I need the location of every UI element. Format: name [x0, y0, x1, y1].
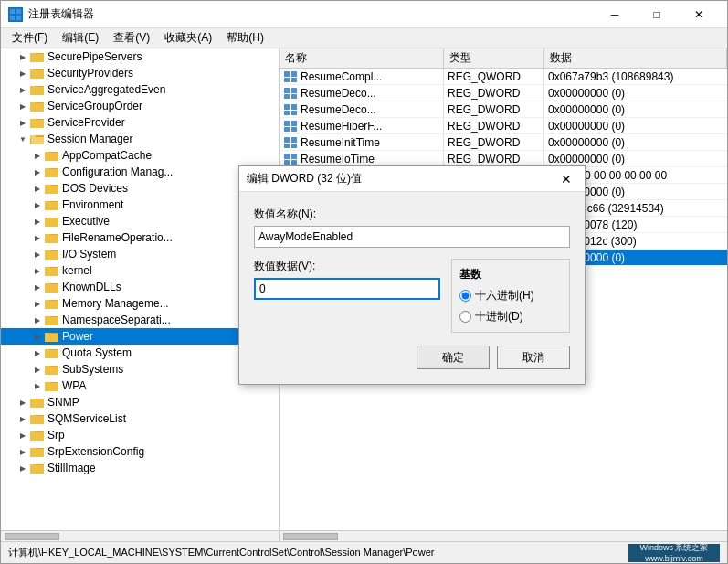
tree-item[interactable]: ▶ Executive: [1, 213, 279, 229]
cancel-button[interactable]: 取消: [497, 346, 570, 369]
radio-dec[interactable]: 十进制(D): [459, 309, 562, 325]
expand-icon[interactable]: ▼: [16, 132, 30, 146]
maximize-button[interactable]: □: [636, 1, 678, 28]
menu-favorites[interactable]: 收藏夹(A): [157, 28, 219, 48]
tree-item[interactable]: ▶ SubSystems: [1, 361, 279, 378]
svg-rect-60: [45, 350, 58, 358]
right-h-scroll-thumb[interactable]: [283, 533, 338, 540]
col-header-type[interactable]: 类型: [444, 48, 544, 68]
svg-rect-45: [45, 268, 58, 276]
tree-item[interactable]: ▶ SrpExtensionConfig: [1, 443, 279, 460]
tree-item[interactable]: ▶ SecurePipeServers: [1, 48, 279, 65]
folder-icon: [30, 445, 45, 458]
expand-icon[interactable]: ▶: [30, 197, 45, 212]
cell-type: REG_DWORD: [444, 134, 544, 150]
tree-item[interactable]: ▶ I/O System: [1, 246, 279, 262]
right-h-scrollbar[interactable]: [280, 530, 727, 541]
tree-item[interactable]: ▶ Environment: [1, 197, 279, 213]
folder-icon: [45, 314, 59, 326]
folder-icon: [30, 50, 45, 63]
svg-rect-72: [30, 416, 44, 424]
tree-item[interactable]: ▶ kernel: [1, 262, 279, 279]
expand-icon[interactable]: ▶: [30, 378, 45, 393]
col-header-data[interactable]: 数据: [544, 48, 727, 68]
expand-icon[interactable]: ▶: [16, 115, 30, 130]
svg-rect-89: [291, 94, 297, 99]
expand-icon[interactable]: ▶: [16, 461, 30, 475]
value-input[interactable]: [254, 278, 440, 300]
dialog-close-button[interactable]: ✕: [555, 168, 577, 190]
tree-item[interactable]: ▶ Srp: [1, 427, 279, 443]
expand-icon[interactable]: ▶: [16, 444, 30, 459]
tree-h-scrollbar[interactable]: [1, 530, 279, 541]
tree-h-scroll-thumb[interactable]: [5, 533, 59, 540]
svg-rect-18: [30, 120, 44, 128]
radio-dec-input[interactable]: [459, 311, 471, 323]
tree-item[interactable]: ▶ SecurityProviders: [1, 65, 279, 81]
tree-item[interactable]: ▼ Session Manager: [1, 131, 279, 147]
folder-icon: [30, 429, 45, 442]
tree-item[interactable]: ▶ KnownDLLs: [1, 279, 279, 295]
expand-icon[interactable]: ▶: [30, 296, 45, 311]
reg-value-icon: [283, 136, 298, 149]
expand-icon[interactable]: ▶: [30, 263, 45, 278]
expand-icon[interactable]: ▶: [16, 411, 30, 426]
expand-icon[interactable]: ▶: [30, 181, 45, 196]
svg-rect-104: [284, 160, 290, 165]
menu-edit[interactable]: 编辑(E): [55, 28, 106, 48]
tree-item-label: Srp: [47, 429, 65, 442]
tree-item[interactable]: ▶ Power: [1, 328, 279, 345]
radio-hex[interactable]: 十六进制(H): [459, 288, 562, 303]
expand-icon[interactable]: ▶: [30, 329, 45, 344]
expand-icon[interactable]: ▶: [30, 313, 45, 327]
expand-icon[interactable]: ▶: [16, 49, 30, 64]
tree-item[interactable]: ▶ ServiceAggregatedEven: [1, 81, 279, 98]
expand-icon[interactable]: ▶: [30, 148, 45, 163]
expand-icon[interactable]: ▶: [30, 280, 45, 294]
radio-hex-input[interactable]: [459, 290, 471, 302]
expand-icon[interactable]: ▶: [30, 346, 45, 360]
expand-icon[interactable]: ▶: [16, 428, 30, 442]
name-input[interactable]: [254, 226, 570, 248]
table-row[interactable]: ResumeCompl... REG_QWORD 0x067a79b3 (108…: [280, 69, 727, 85]
expand-icon[interactable]: ▶: [16, 395, 30, 410]
svg-rect-78: [30, 449, 44, 457]
menu-view[interactable]: 查看(V): [106, 28, 157, 48]
tree-item[interactable]: ▶ Configuration Manag...: [1, 164, 279, 180]
tree-item[interactable]: ▶ ServiceGroupOrder: [1, 98, 279, 114]
expand-icon[interactable]: ▶: [30, 230, 45, 245]
minimize-button[interactable]: ─: [594, 1, 636, 28]
tree-item[interactable]: ▶ AppCompatCache: [1, 147, 279, 164]
svg-rect-3: [16, 16, 21, 20]
status-bar: 计算机\HKEY_LOCAL_MACHINE\SYSTEM\CurrentCon…: [1, 541, 727, 563]
table-row[interactable]: ResumeInitTime REG_DWORD 0x00000000 (0): [280, 134, 727, 151]
menu-help[interactable]: 帮助(H): [219, 28, 271, 48]
ok-button[interactable]: 确定: [417, 346, 490, 369]
expand-icon[interactable]: ▶: [16, 66, 30, 80]
tree-item[interactable]: ▶ FileRenameOperatio...: [1, 229, 279, 246]
expand-icon[interactable]: ▶: [30, 362, 45, 377]
close-button[interactable]: ✕: [678, 1, 720, 28]
tree-item[interactable]: ▶ Quota System: [1, 345, 279, 361]
tree-item[interactable]: ▶ SNMP: [1, 394, 279, 410]
menu-file[interactable]: 文件(F): [5, 28, 55, 48]
expand-icon[interactable]: ▶: [16, 99, 30, 113]
tree-item[interactable]: ▶ DOS Devices: [1, 180, 279, 197]
tree-item[interactable]: ▶ NamespaceSeparati...: [1, 312, 279, 328]
table-row[interactable]: ResumeDeco... REG_DWORD 0x00000000 (0): [280, 101, 727, 118]
expand-icon[interactable]: ▶: [16, 82, 30, 97]
col-header-name[interactable]: 名称: [280, 48, 444, 68]
tree-item[interactable]: ▶ Memory Manageme...: [1, 295, 279, 312]
expand-icon[interactable]: ▶: [30, 214, 45, 229]
tree-item[interactable]: ▶ SQMServiceList: [1, 410, 279, 427]
expand-icon[interactable]: ▶: [30, 165, 45, 179]
expand-icon[interactable]: ▶: [30, 247, 45, 261]
tree-item[interactable]: ▶ StillImage: [1, 460, 279, 476]
tree-scroll[interactable]: ▶ SecurePipeServers▶ SecurityProviders▶ …: [1, 48, 279, 530]
tree-item[interactable]: ▶ ServiceProvider: [1, 114, 279, 131]
logo-box: Windows 系统之家 www.bjjmlv.com: [628, 544, 720, 562]
tree-item[interactable]: ▶ WPA: [1, 378, 279, 394]
table-row[interactable]: ResumeDeco... REG_DWORD 0x00000000 (0): [280, 85, 727, 101]
table-row[interactable]: ResumeHiberF... REG_DWORD 0x00000000 (0): [280, 118, 727, 134]
folder-icon: [30, 116, 45, 129]
